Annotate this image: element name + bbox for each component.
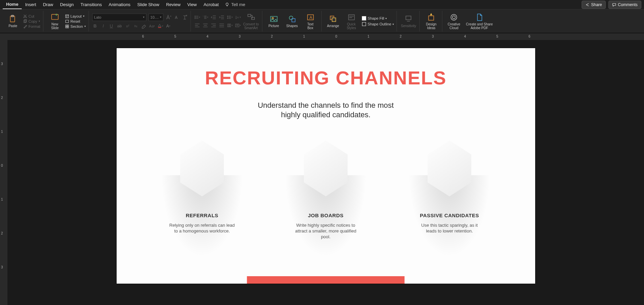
increase-font-icon[interactable]: [165, 14, 172, 20]
superscript-icon[interactable]: x²: [125, 23, 131, 29]
svg-text:1: 1: [202, 15, 203, 17]
italic-icon[interactable]: I: [100, 23, 106, 29]
accent-bar: [247, 276, 405, 284]
format-painter-button[interactable]: Format: [23, 24, 40, 28]
text-direction-icon[interactable]: A▾: [235, 14, 241, 20]
indent-icon[interactable]: [219, 14, 225, 20]
tab-slideshow[interactable]: Slide Show: [134, 0, 163, 9]
hexagon-icon: [177, 141, 227, 197]
shape-outline-button[interactable]: Shape Outline ▾: [362, 22, 394, 26]
channel-passive[interactable]: PASSIVE CANDIDATES Use this tactic spari…: [399, 131, 500, 240]
comments-button[interactable]: Comments: [608, 1, 641, 9]
sensitivity-button[interactable]: Sensitivity: [400, 15, 417, 28]
slide-title[interactable]: RECRUITING CHANNELS: [117, 67, 535, 89]
textbox-icon: A: [306, 13, 315, 22]
channel-body: Relying only on referrals can lead to a …: [168, 222, 236, 234]
bullets-icon[interactable]: ▾: [194, 14, 200, 20]
bold-icon[interactable]: B: [92, 23, 98, 29]
svg-point-17: [195, 17, 195, 18]
svg-rect-11: [65, 25, 67, 26]
brush-icon: [23, 24, 27, 28]
group-arrange: Arrange Quick Styles Shape Fill ▾ Shape …: [322, 11, 397, 32]
shapes-button[interactable]: Shapes: [284, 15, 300, 28]
tab-home[interactable]: Home: [3, 0, 22, 9]
columns-icon[interactable]: ▾: [227, 22, 233, 28]
sensitivity-icon: [404, 15, 413, 23]
font-size-combo[interactable]: 10....▾: [148, 14, 163, 21]
decrease-font-icon[interactable]: [174, 14, 180, 20]
editor-area: 3 2 1 0 1 2 3 6 5 4 3 2 1 0 1 2 3 4 5 6: [0, 33, 644, 305]
clear-format-icon[interactable]: [182, 14, 188, 20]
reset-button[interactable]: Reset: [65, 19, 86, 23]
channel-body: Use this tactic sparingly, as it leads t…: [416, 222, 483, 234]
svg-rect-34: [406, 16, 411, 20]
arrange-icon: [329, 15, 338, 23]
outline-icon: [362, 22, 366, 26]
cut-button[interactable]: Cut: [23, 14, 40, 18]
convert-smartart-button[interactable]: Convert to SmartArt: [243, 13, 259, 30]
svg-point-4: [24, 17, 25, 18]
share-button[interactable]: Share: [582, 1, 606, 9]
subscript-icon[interactable]: x₂: [133, 23, 139, 29]
outdent-icon[interactable]: [210, 14, 217, 20]
strike-icon[interactable]: ab: [117, 23, 123, 29]
font-name-combo[interactable]: Lato▾: [92, 14, 146, 21]
numbering-icon[interactable]: 1▾: [202, 14, 208, 20]
justify-icon[interactable]: [219, 22, 225, 28]
slide-canvas[interactable]: RECRUITING CHANNELS Understand the chann…: [7, 40, 644, 305]
picture-button[interactable]: Picture: [266, 15, 282, 28]
font-color-icon[interactable]: A▾: [165, 23, 172, 29]
change-case-icon[interactable]: Aa▾: [149, 23, 155, 29]
bulb-icon: [225, 2, 229, 7]
create-pdf-button[interactable]: Create and Share Adobe PDF: [464, 13, 495, 30]
picture-icon: [269, 15, 278, 23]
slide[interactable]: RECRUITING CHANNELS Understand the chann…: [117, 48, 535, 284]
line-spacing-icon[interactable]: ▾: [227, 14, 233, 20]
tab-design[interactable]: Design: [57, 0, 77, 9]
tell-me[interactable]: Tell me: [225, 2, 245, 7]
align-text-icon[interactable]: ▾: [235, 22, 241, 28]
section-icon: [65, 24, 69, 28]
tab-animations[interactable]: Animations: [105, 0, 134, 9]
tab-draw[interactable]: Draw: [40, 0, 57, 9]
highlight-icon[interactable]: [141, 23, 147, 29]
textbox-button[interactable]: A Text Box: [302, 13, 319, 30]
copy-button[interactable]: Copy ▾: [23, 19, 40, 23]
channel-referrals[interactable]: REFERRALS Relying only on referrals can …: [151, 131, 253, 240]
svg-rect-13: [65, 26, 67, 28]
font-fill-icon[interactable]: ▾: [157, 23, 163, 29]
tab-acrobat[interactable]: Acrobat: [200, 0, 222, 9]
tab-transitions[interactable]: Transitions: [77, 0, 105, 9]
svg-text:A: A: [309, 15, 312, 20]
group-designer: Design Ideas: [420, 11, 442, 32]
arrange-button[interactable]: Arrange: [325, 15, 341, 28]
section-button[interactable]: Section ▾: [65, 24, 86, 28]
group-sensitivity: Sensitivity: [398, 11, 420, 32]
share-icon: [585, 3, 589, 7]
new-slide-icon: [51, 13, 59, 22]
new-slide-button[interactable]: New Slide: [47, 13, 63, 30]
creative-cloud-button[interactable]: Creative Cloud: [446, 13, 462, 30]
reset-icon: [65, 19, 69, 23]
vertical-ruler: 3 2 1 0 1 2 3: [0, 33, 7, 305]
svg-rect-15: [158, 27, 161, 28]
underline-icon[interactable]: U: [108, 23, 115, 29]
quick-styles-button[interactable]: Quick Styles: [343, 13, 360, 30]
svg-rect-9: [65, 15, 68, 18]
svg-point-37: [452, 16, 456, 19]
svg-rect-35: [429, 16, 434, 20]
tab-insert[interactable]: Insert: [22, 0, 40, 9]
align-left-icon[interactable]: [194, 22, 200, 28]
paste-button[interactable]: Paste: [5, 15, 21, 28]
pdf-icon: [475, 13, 484, 22]
svg-rect-10: [65, 20, 68, 23]
channel-jobboards[interactable]: JOB BOARDS Write highly specific notices…: [275, 131, 377, 240]
tab-view[interactable]: View: [184, 0, 200, 9]
layout-button[interactable]: Layout ▾: [65, 14, 86, 18]
design-ideas-button[interactable]: Design Ideas: [423, 13, 439, 30]
align-center-icon[interactable]: [202, 22, 208, 28]
slide-subtitle[interactable]: Understand the channels to find the most…: [117, 101, 535, 120]
shape-fill-button[interactable]: Shape Fill ▾: [362, 16, 394, 21]
align-right-icon[interactable]: [210, 22, 217, 28]
tab-review[interactable]: Review: [163, 0, 184, 9]
